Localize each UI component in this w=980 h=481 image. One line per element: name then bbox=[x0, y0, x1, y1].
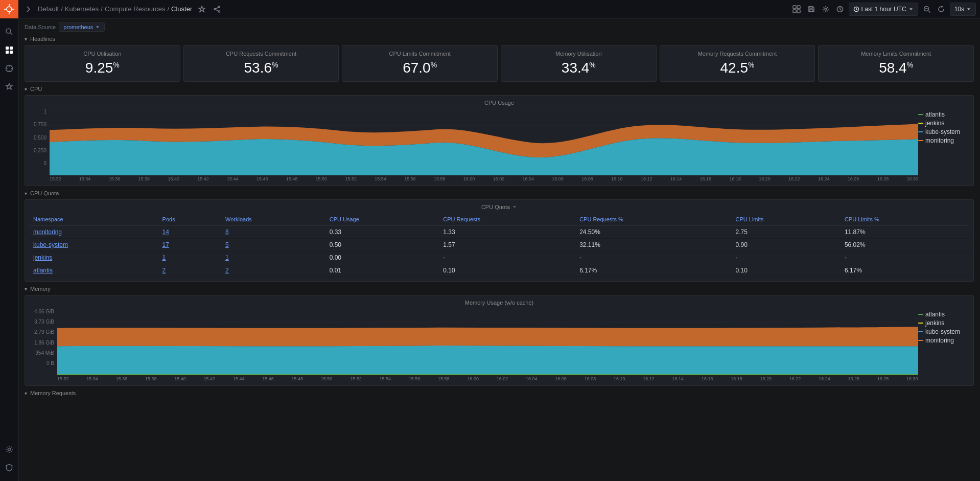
svg-line-29 bbox=[928, 11, 930, 13]
stat-mem-requests-value: 42.5% bbox=[667, 60, 808, 76]
col-pods[interactable]: Pods bbox=[158, 213, 221, 226]
svg-rect-21 bbox=[793, 10, 796, 13]
legend-atlantis: atlantis bbox=[918, 111, 969, 118]
breadcrumb-cluster: Cluster bbox=[171, 5, 192, 13]
svg-line-7 bbox=[10, 33, 12, 35]
cell-pods: 17 bbox=[158, 239, 221, 251]
svg-point-14 bbox=[219, 6, 220, 8]
col-cpu-requests-pct[interactable]: CPU Requests % bbox=[575, 213, 731, 226]
stat-cpu-utilisation-value: 9.25% bbox=[32, 60, 173, 76]
svg-rect-20 bbox=[797, 6, 800, 9]
cpu-section-header: CPU bbox=[25, 86, 974, 92]
grafana-logo[interactable] bbox=[0, 0, 18, 18]
cell-cpu-usage: 0.50 bbox=[325, 239, 439, 251]
collapse-sidebar-btn[interactable] bbox=[22, 4, 34, 15]
cpu-quota-panel: CPU Quota Namespace Pods Workloads CPU U… bbox=[25, 199, 974, 282]
stat-mem-utilisation: Memory Utilisation 33.4% bbox=[501, 45, 657, 82]
cell-pods: 14 bbox=[158, 226, 221, 239]
cell-pods: 1 bbox=[158, 251, 221, 264]
memory-legend: atlantis jenkins kube-system monitoring bbox=[918, 309, 969, 381]
sidebar-alerting[interactable] bbox=[0, 78, 18, 96]
cell-cpu-limits-pct: - bbox=[841, 251, 969, 264]
stat-cards: CPU Utilisation 9.25% CPU Requests Commi… bbox=[25, 45, 974, 82]
cpu-quota-section-header: CPU Quota bbox=[25, 190, 974, 196]
memory-svg-area bbox=[57, 309, 918, 375]
col-cpu-limits-pct[interactable]: CPU Limits % bbox=[841, 213, 969, 226]
col-workloads[interactable]: Workloads bbox=[221, 213, 325, 226]
cell-cpu-requests-pct: 24.50% bbox=[575, 226, 731, 239]
memory-chart-container: 4.66 GiB 3.73 GiB 2.79 GiB 1.86 GiB 954 … bbox=[29, 309, 969, 381]
cell-cpu-limits-pct: 56.02% bbox=[841, 239, 969, 251]
col-cpu-limits[interactable]: CPU Limits bbox=[731, 213, 840, 226]
col-cpu-usage[interactable]: CPU Usage bbox=[325, 213, 439, 226]
breadcrumb-default[interactable]: Default bbox=[38, 5, 59, 13]
cell-cpu-limits: - bbox=[731, 251, 840, 264]
cpu-usage-title: CPU Usage bbox=[29, 100, 969, 106]
datasource-label: Data Source bbox=[25, 24, 56, 30]
table-row: atlantis 2 2 0.01 0.10 6.17% 0.10 6.17% bbox=[29, 264, 969, 277]
col-namespace[interactable]: Namespace bbox=[29, 213, 158, 226]
cpu-chart-area: 1 0.750 0.500 0.250 0 bbox=[29, 109, 918, 181]
memory-y-axis: 4.66 GiB 3.73 GiB 2.79 GiB 1.86 GiB 954 … bbox=[29, 309, 57, 375]
cpu-svg-area bbox=[50, 109, 918, 175]
stat-mem-requests-title: Memory Requests Commitment bbox=[667, 51, 808, 57]
cpu-legend: atlantis jenkins kube-system monitoring bbox=[918, 109, 969, 181]
refresh-icon[interactable] bbox=[936, 4, 947, 15]
stat-mem-limits: Memory Limits Commitment 58.4% bbox=[818, 45, 974, 82]
topbar: Default / Kubernetes / Compute Resources… bbox=[18, 0, 980, 18]
stat-cpu-requests-title: CPU Requests Commitment bbox=[191, 51, 332, 57]
col-cpu-requests[interactable]: CPU Requests bbox=[439, 213, 575, 226]
cpu-quota-table: Namespace Pods Workloads CPU Usage CPU R… bbox=[29, 213, 969, 277]
svg-rect-9 bbox=[10, 47, 13, 50]
time-range-btn[interactable]: Last 1 hour UTC bbox=[849, 3, 918, 16]
stat-mem-limits-title: Memory Limits Commitment bbox=[826, 51, 966, 57]
legend-monitoring: monitoring bbox=[918, 137, 969, 144]
time-sync-btn[interactable] bbox=[834, 4, 846, 15]
settings-btn[interactable] bbox=[820, 4, 831, 15]
topbar-actions: Last 1 hour UTC 10s bbox=[790, 3, 976, 16]
legend-jenkins: jenkins bbox=[918, 120, 969, 127]
cell-workloads: 8 bbox=[221, 226, 325, 239]
stat-cpu-requests-value: 53.6% bbox=[191, 60, 332, 76]
breadcrumb: Default / Kubernetes / Compute Resources… bbox=[38, 5, 192, 13]
table-row: jenkins 1 1 0.00 - - - - bbox=[29, 251, 969, 264]
datasource-selector[interactable]: prometheus bbox=[59, 22, 105, 32]
share-btn[interactable] bbox=[212, 4, 223, 15]
breadcrumb-compute[interactable]: Compute Resources bbox=[105, 5, 166, 13]
cell-cpu-limits: 0.10 bbox=[731, 264, 840, 277]
stat-mem-limits-value: 58.4% bbox=[826, 60, 966, 76]
sidebar-search[interactable] bbox=[0, 22, 18, 41]
cpu-y-axis: 1 0.750 0.500 0.250 0 bbox=[29, 109, 50, 175]
sidebar-explore[interactable] bbox=[0, 59, 18, 78]
save-btn[interactable] bbox=[806, 4, 817, 15]
memory-chart-area: 4.66 GiB 3.73 GiB 2.79 GiB 1.86 GiB 954 … bbox=[29, 309, 918, 381]
zoom-out-btn[interactable] bbox=[921, 4, 932, 15]
svg-rect-11 bbox=[10, 51, 13, 54]
svg-point-6 bbox=[6, 29, 11, 33]
svg-rect-8 bbox=[6, 47, 9, 50]
cell-namespace: jenkins bbox=[29, 251, 158, 264]
cell-cpu-usage: 0.33 bbox=[325, 226, 439, 239]
cell-cpu-requests: 0.10 bbox=[439, 264, 575, 277]
add-panel-btn[interactable] bbox=[790, 3, 803, 15]
table-row: monitoring 14 8 0.33 1.33 24.50% 2.75 11… bbox=[29, 226, 969, 239]
cell-cpu-usage: 0.00 bbox=[325, 251, 439, 264]
headlines-section-header: Headlines bbox=[25, 36, 974, 42]
svg-point-16 bbox=[219, 11, 220, 12]
cell-cpu-limits: 0.90 bbox=[731, 239, 840, 251]
svg-line-17 bbox=[216, 7, 219, 9]
cell-workloads: 2 bbox=[221, 264, 325, 277]
refresh-rate-btn[interactable]: 10s bbox=[950, 3, 976, 16]
cpu-x-axis: 15:32 15:34 15:36 15:38 15:40 15:42 15:4… bbox=[29, 176, 918, 181]
cell-workloads: 5 bbox=[221, 239, 325, 251]
memory-area-chart bbox=[57, 309, 918, 375]
cell-cpu-requests-pct: - bbox=[575, 251, 731, 264]
stat-mem-requests: Memory Requests Commitment 42.5% bbox=[660, 45, 815, 82]
sidebar-dashboards[interactable] bbox=[0, 41, 18, 59]
cell-cpu-requests: - bbox=[439, 251, 575, 264]
memory-usage-title: Memory Usage (w/o cache) bbox=[29, 300, 969, 306]
cpu-quota-title: CPU Quota bbox=[29, 204, 969, 210]
star-btn[interactable] bbox=[196, 4, 207, 15]
stat-mem-utilisation-title: Memory Utilisation bbox=[508, 51, 649, 57]
breadcrumb-kubernetes[interactable]: Kubernetes bbox=[65, 5, 99, 13]
